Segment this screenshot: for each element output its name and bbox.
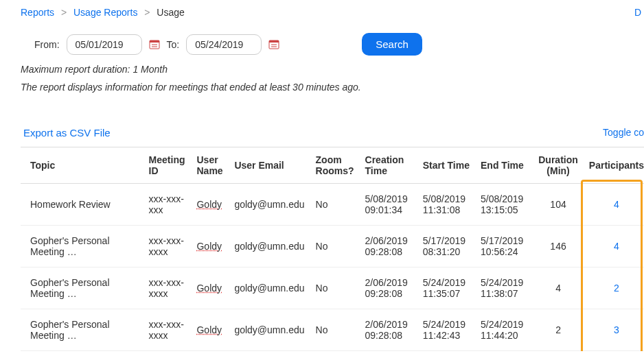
cell-user-email: goldy@umn.edu <box>229 309 310 351</box>
breadcrumb-current: Usage <box>157 7 184 18</box>
cell-creation-time: 2/06/2019 09:28:08 <box>360 309 417 351</box>
cell-user-email: goldy@umn.edu <box>229 226 310 267</box>
date-filter-row: From: To: Search <box>21 33 644 56</box>
cell-topic: Gopher's Personal Meeting … <box>21 226 143 267</box>
cell-start-time: 5/24/2019 11:35:07 <box>417 267 475 309</box>
usage-table: Topic Meeting ID User Name User Email Zo… <box>21 147 644 351</box>
cell-meeting-id: xxx-xxx-xxxx <box>143 309 192 351</box>
cell-meeting-id: xxx-xxx-xxx <box>143 184 192 226</box>
cell-user-name: Goldy <box>191 226 229 267</box>
table-row: Homework Reviewxxx-xxx-xxxGoldygoldy@umn… <box>21 184 644 226</box>
cell-zoom-rooms: No <box>310 226 360 267</box>
cell-duration: 2 <box>533 309 584 351</box>
calendar-icon[interactable] <box>149 39 160 50</box>
th-topic[interactable]: Topic <box>21 147 143 184</box>
toggle-columns-link[interactable]: Toggle co <box>603 127 644 138</box>
th-user-name[interactable]: User Name <box>191 147 229 184</box>
cell-start-time: 5/08/2019 11:31:08 <box>417 184 475 226</box>
cell-creation-time: 5/08/2019 09:01:34 <box>360 184 417 226</box>
max-duration-note: Maximum report duration: 1 Month <box>21 64 644 75</box>
cell-participants[interactable]: 4 <box>584 184 644 226</box>
cell-duration: 104 <box>533 184 584 226</box>
svg-rect-5 <box>269 40 279 43</box>
cell-start-time: 5/17/2019 08:31:20 <box>417 226 475 267</box>
cell-topic: Gopher's Personal Meeting … <box>21 309 143 351</box>
cell-end-time: 5/17/2019 10:56:24 <box>475 226 533 267</box>
table-row: Gopher's Personal Meeting …xxx-xxx-xxxxG… <box>21 226 644 267</box>
cell-participants[interactable]: 3 <box>584 309 644 351</box>
export-csv-link[interactable]: Export as CSV File <box>23 127 111 139</box>
th-zoom-rooms[interactable]: Zoom Rooms? <box>310 147 360 184</box>
usage-table-wrap: Topic Meeting ID User Name User Email Zo… <box>21 147 644 351</box>
cell-meeting-id: xxx-xxx-xxxx <box>143 226 192 267</box>
breadcrumb-usage-reports[interactable]: Usage Reports <box>73 7 137 18</box>
th-meeting-id[interactable]: Meeting ID <box>143 147 192 184</box>
cell-end-time: 5/24/2019 11:44:20 <box>475 309 533 351</box>
cell-end-time: 5/08/2019 13:15:05 <box>475 184 533 226</box>
delay-note: The report displays information for meet… <box>21 82 644 93</box>
cell-start-time: 5/24/2019 11:42:43 <box>417 309 475 351</box>
cell-end-time: 5/24/2019 11:38:07 <box>475 267 533 309</box>
to-label: To: <box>167 39 180 50</box>
th-end-time[interactable]: End Time <box>475 147 533 184</box>
table-row: Gopher's Personal Meeting …xxx-xxx-xxxxG… <box>21 267 644 309</box>
cell-creation-time: 2/06/2019 09:28:08 <box>360 267 417 309</box>
cell-user-name: Goldy <box>191 267 229 309</box>
cell-topic: Gopher's Personal Meeting … <box>21 267 143 309</box>
from-label: From: <box>34 39 60 50</box>
cell-zoom-rooms: No <box>310 184 360 226</box>
th-creation-time[interactable]: Creation Time <box>360 147 417 184</box>
cell-user-name: Goldy <box>191 309 229 351</box>
breadcrumb-separator: > <box>144 7 150 18</box>
cell-participants[interactable]: 2 <box>584 267 644 309</box>
from-date-input[interactable] <box>67 34 142 55</box>
svg-rect-1 <box>150 40 159 43</box>
cell-meeting-id: xxx-xxx-xxxx <box>143 267 192 309</box>
cell-zoom-rooms: No <box>310 267 360 309</box>
breadcrumb-reports[interactable]: Reports <box>21 7 54 18</box>
cell-creation-time: 2/06/2019 09:28:08 <box>360 226 417 267</box>
cell-user-email: goldy@umn.edu <box>229 267 310 309</box>
th-participants[interactable]: Participants <box>584 147 644 184</box>
th-duration[interactable]: Duration (Min) <box>533 147 584 184</box>
table-row: Gopher's Personal Meeting …xxx-xxx-xxxxG… <box>21 309 644 351</box>
cell-duration: 4 <box>533 267 584 309</box>
cell-duration: 146 <box>533 226 584 267</box>
th-start-time[interactable]: Start Time <box>417 147 475 184</box>
calendar-icon[interactable] <box>268 39 279 50</box>
cell-user-name: Goldy <box>191 184 229 226</box>
to-date-input[interactable] <box>186 34 262 55</box>
cell-zoom-rooms: No <box>310 309 360 351</box>
cell-participants[interactable]: 4 <box>584 226 644 267</box>
top-right-letter[interactable]: D <box>634 7 641 18</box>
th-user-email[interactable]: User Email <box>229 147 310 184</box>
cell-topic: Homework Review <box>21 184 143 226</box>
breadcrumb-separator: > <box>61 7 67 18</box>
breadcrumb: Reports > Usage Reports > Usage <box>21 7 644 18</box>
search-button[interactable]: Search <box>362 33 422 56</box>
cell-user-email: goldy@umn.edu <box>229 184 310 226</box>
